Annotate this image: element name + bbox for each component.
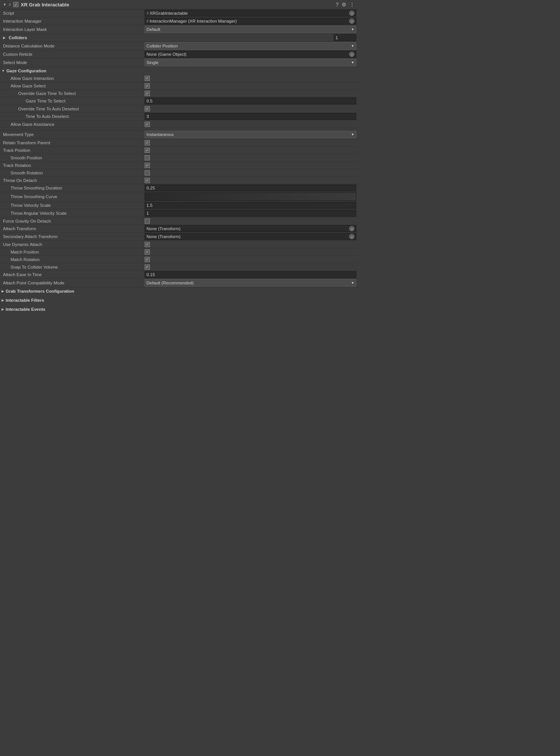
script-row: Script # XRGrabInteractable ◎ [0,9,358,17]
secondary-attach-transform-field[interactable]: None (Transform) ◎ [145,233,356,240]
attach-transform-field[interactable]: None (Transform) ◎ [145,225,356,232]
throw-velocity-scale-label: Throw Velocity Scale [2,203,145,208]
snap-to-collider-volume-label: Snap To Collider Volume [2,265,145,269]
hash-icon: # [9,2,11,7]
custom-reticle-picker-button[interactable]: ◎ [349,52,354,57]
attach-point-compatibility-mode-label: Attach Point Compatibility Mode [2,281,145,285]
interaction-manager-field[interactable]: # InteractionManager (XR Interaction Man… [145,18,356,24]
gaze-configuration-section[interactable]: ▼ Gaze Configuration [0,67,358,75]
attach-point-compatibility-mode-dropdown[interactable]: Default (Recommended) ▼ [145,279,356,287]
throw-angular-velocity-scale-row: Throw Angular Velocity Scale [0,209,358,217]
smooth-rotation-checkbox[interactable] [145,170,150,176]
component-title: XR Grab Interactable [21,2,333,8]
snap-to-collider-volume-checkbox[interactable]: ✓ [145,264,150,270]
attach-ease-in-time-field[interactable] [145,271,356,278]
smooth-rotation-row: Smooth Rotation [0,169,358,177]
movement-type-dropdown[interactable]: Instantaneous ▼ [145,131,356,138]
distance-calculation-mode-dropdown[interactable]: Collider Position ▼ [145,42,356,50]
throw-angular-velocity-scale-label: Throw Angular Velocity Scale [2,211,145,215]
gaze-time-to-select-value-col [145,98,356,104]
time-to-auto-deselect-value-col [145,113,356,120]
interactable-filters-section[interactable]: ▶ Interactable Filters [0,296,358,304]
throw-smoothing-duration-row: Throw Smoothing Duration [0,184,358,192]
retain-transform-parent-row: Retain Transform Parent ✓ [0,139,358,147]
colliders-label: ▶ Colliders [2,35,145,40]
allow-gaze-select-checkbox[interactable]: ✓ [145,83,150,89]
interactable-events-collapse-icon: ▶ [2,307,4,311]
throw-on-detach-checkbox[interactable]: ✓ [145,178,150,183]
throw-on-detach-label: Throw On Detach [2,178,145,183]
gaze-time-to-select-field[interactable] [145,98,356,104]
header-actions: ? ⚙ ⋮ [336,2,355,8]
custom-reticle-field[interactable]: None (Game Object) ◎ [145,51,356,58]
grab-transformers-label: Grab Transformers Configuration [6,289,74,293]
interactable-filters-label: Interactable Filters [6,298,44,302]
interactable-filters-collapse-icon: ▶ [2,298,4,302]
track-position-checkbox[interactable]: ✓ [145,148,150,153]
secondary-attach-transform-value: None (Transform) [146,234,349,239]
attach-transform-picker-button[interactable]: ◎ [349,226,354,231]
snap-to-collider-volume-value-col: ✓ [145,264,356,270]
track-rotation-row: Track Rotation ✓ [0,162,358,169]
throw-angular-velocity-scale-field[interactable] [145,210,356,217]
chevron-down-icon: ▼ [351,133,354,136]
select-mode-value: Single [146,60,159,65]
throw-smoothing-duration-field[interactable] [145,185,356,191]
override-gaze-time-checkbox[interactable]: ✓ [145,91,150,96]
distance-calculation-mode-value-col: Collider Position ▼ [145,42,356,50]
throw-smoothing-duration-value-col [145,185,356,191]
distance-calculation-mode-row: Distance Calculation Mode Collider Posit… [0,42,358,50]
throw-smoothing-curve-field[interactable] [145,192,356,201]
match-position-row: Match Position ✓ [0,248,358,256]
distance-calculation-mode-label: Distance Calculation Mode [2,44,145,48]
match-rotation-checkbox[interactable]: ✓ [145,257,150,262]
movement-type-value: Instantaneous [146,132,174,137]
interactable-events-label: Interactable Events [6,307,45,312]
match-position-checkbox[interactable]: ✓ [145,249,150,255]
allow-gaze-interaction-checkbox[interactable]: ✓ [145,76,150,81]
gaze-config-collapse-icon: ▼ [2,69,5,73]
track-rotation-value-col: ✓ [145,163,356,168]
override-time-auto-deselect-value-col: ✓ [145,106,356,111]
force-gravity-on-detach-checkbox[interactable] [145,218,150,224]
menu-icon[interactable]: ⋮ [349,2,355,8]
override-time-auto-deselect-label: Override Time To Auto Deselect [2,107,145,111]
attach-point-compatibility-mode-row: Attach Point Compatibility Mode Default … [0,279,358,287]
interaction-manager-picker-button[interactable]: ◎ [349,18,354,24]
select-mode-dropdown[interactable]: Single ▼ [145,59,356,66]
interaction-layer-mask-value-col: Default ▼ [145,26,356,33]
secondary-attach-transform-value-col: None (Transform) ◎ [145,233,356,240]
secondary-attach-transform-picker-button[interactable]: ◎ [349,234,354,239]
script-picker-button[interactable]: ◎ [349,11,354,16]
smooth-rotation-value-col [145,170,356,176]
retain-transform-parent-checkbox[interactable]: ✓ [145,140,150,145]
smooth-position-row: Smooth Position [0,154,358,162]
smooth-position-label: Smooth Position [2,156,145,160]
use-dynamic-attach-checkbox[interactable]: ✓ [145,242,150,247]
secondary-attach-transform-label: Secondary Attach Transform [2,234,145,239]
script-label: Script [2,11,145,15]
retain-transform-parent-label: Retain Transform Parent [2,141,145,145]
collapse-arrow-icon[interactable]: ▼ [3,3,6,6]
smooth-position-checkbox[interactable] [145,155,150,160]
interaction-layer-mask-dropdown[interactable]: Default ▼ [145,26,356,33]
attach-point-compatibility-mode-value-col: Default (Recommended) ▼ [145,279,356,287]
script-field[interactable]: # XRGrabInteractable ◎ [145,10,356,17]
colliders-count-field[interactable] [334,34,356,41]
override-gaze-time-row: Override Gaze Time To Select ✓ [0,90,358,97]
override-time-auto-deselect-checkbox[interactable]: ✓ [145,106,150,111]
allow-gaze-assistance-checkbox[interactable]: ✓ [145,122,150,127]
grab-transformers-section[interactable]: ▶ Grab Transformers Configuration [0,287,358,295]
settings-icon[interactable]: ⚙ [342,2,346,8]
script-value-col: # XRGrabInteractable ◎ [145,10,356,17]
track-rotation-checkbox[interactable]: ✓ [145,163,150,168]
interactable-events-section[interactable]: ▶ Interactable Events [0,305,358,313]
help-icon[interactable]: ? [336,2,339,8]
time-to-auto-deselect-field[interactable] [145,113,356,120]
throw-velocity-scale-field[interactable] [145,202,356,209]
movement-type-row: Movement Type Instantaneous ▼ [0,130,358,139]
enabled-checkbox[interactable]: ✓ [13,2,18,7]
track-position-value-col: ✓ [145,148,356,153]
select-mode-label: Select Mode [2,60,145,65]
colliders-collapse-icon[interactable]: ▶ [3,36,6,40]
